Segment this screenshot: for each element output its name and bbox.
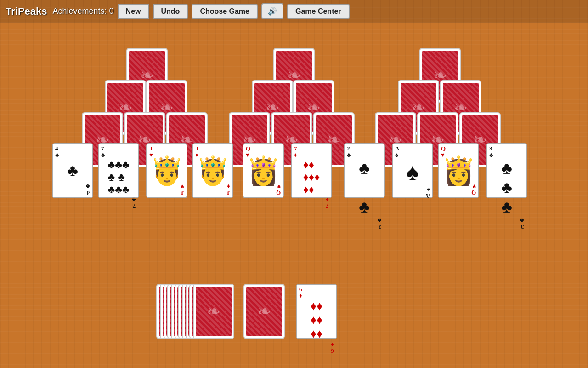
- card-7c[interactable]: 7♣ ♣♣♣♣ ♣♣♣♣ 7♣: [98, 143, 139, 198]
- game-area: 4♣ ♣ 4♣ 7♣ ♣♣♣♣ ♣♣♣♣ 7♣ J♥ 🤴 J♥ J♦ 🤴 J♦ …: [0, 23, 588, 368]
- card-qh2[interactable]: Q♥ 👸 Q♥: [438, 143, 479, 198]
- card-as[interactable]: A♠ ♠ A♠: [392, 143, 433, 198]
- waste-card-6d[interactable]: 6♦ ♦♦♦♦♦♦ 6♦: [296, 284, 337, 339]
- card-4c[interactable]: 4♣ ♣ 4♣: [52, 143, 93, 198]
- choose-game-button[interactable]: Choose Game: [192, 4, 258, 19]
- card-qh[interactable]: Q♥ 👸 Q♥: [243, 143, 284, 198]
- card-jd[interactable]: J♦ 🤴 J♦: [192, 143, 233, 198]
- header: TriPeaks Achievements: 0 New Undo Choose…: [0, 0, 588, 23]
- card-jh[interactable]: J♥ 🤴 J♥: [146, 143, 187, 198]
- card-7d[interactable]: 7♦ ♦♦♦♦♦♦♦ 7♦: [291, 143, 332, 198]
- achievements-label: Achievements: 0: [53, 6, 114, 16]
- undo-button[interactable]: Undo: [153, 4, 188, 19]
- new-button[interactable]: New: [118, 4, 149, 19]
- stock-pile-top[interactable]: [243, 284, 285, 339]
- game-title: TriPeaks: [6, 6, 47, 17]
- game-center-button[interactable]: Game Center: [287, 4, 350, 19]
- stock-pile-card[interactable]: [193, 284, 234, 339]
- sound-button[interactable]: 🔊: [261, 3, 283, 19]
- card-3c[interactable]: 3♣ ♣♣♣ 3♣: [486, 143, 527, 198]
- card-2c[interactable]: 2♣ ♣♣ 2♣: [344, 143, 385, 198]
